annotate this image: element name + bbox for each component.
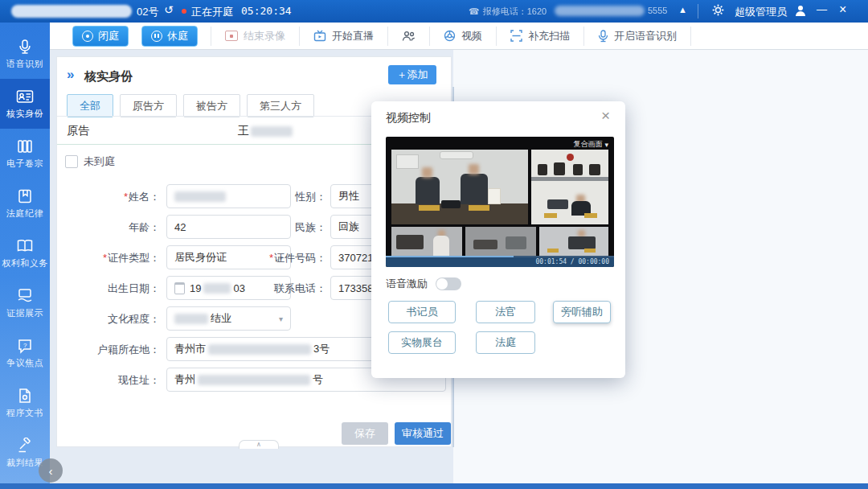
id-card-icon (16, 88, 34, 105)
start-live-button[interactable]: 开始直播 (300, 23, 387, 49)
redacted-name (251, 126, 293, 137)
education-select[interactable]: 结业▾ (166, 306, 291, 331)
calendar-icon (174, 282, 185, 294)
current-user[interactable]: 超级管理员 (735, 5, 787, 19)
open-book-icon (16, 238, 34, 254)
camera-judge-button[interactable]: 法官 (476, 301, 535, 323)
education-label: 文化程度： (60, 312, 160, 327)
recess-button[interactable]: 休庭 (141, 26, 198, 47)
video-globe-icon (444, 30, 456, 42)
hotline-label: ☎ 报修电话：1620 (469, 6, 547, 18)
close-button[interactable]: × (839, 2, 846, 17)
tab-defendant[interactable]: 被告方 (183, 94, 240, 117)
phone-label: 联系电话： (227, 281, 326, 296)
party-filter-tabs: 全部 原告方 被告方 第三人方 (67, 94, 314, 117)
question-bubble-icon: ? (17, 338, 33, 354)
composite-view-selector[interactable]: 复合画面 ▾ (573, 139, 608, 150)
sidebar-item-electronic-files[interactable]: 电子卷宗 (0, 129, 50, 179)
caret-down-icon: ▾ (604, 141, 608, 149)
modal-close-icon[interactable]: × (601, 107, 610, 125)
voice-activation-row: 语音激励 (386, 277, 461, 291)
start-speech-recognition-button[interactable]: 开启语音识别 (584, 23, 690, 49)
voice-activation-label: 语音激励 (386, 277, 428, 291)
sidebar-item-rights-obligations[interactable]: 权利和义务 (0, 228, 50, 278)
caret-down-icon: ▾ (279, 314, 283, 323)
archive-icon (17, 138, 33, 154)
document-icon (17, 388, 33, 404)
video-control-modal: 视频控制 × 复合画面 ▾ (371, 101, 625, 378)
scan-frame-icon (510, 30, 522, 42)
age-label: 年龄： (60, 220, 160, 235)
supplementary-scan-button[interactable]: 补充扫描 (497, 23, 583, 49)
video-timecode: 00:01:54 / 00:00:00 (535, 258, 609, 265)
absent-checkbox-row: 未到庭 (65, 154, 115, 169)
reset-icon[interactable]: ↺ (164, 3, 174, 16)
sidebar-collapse-button[interactable]: ‹ (39, 458, 63, 483)
video-cell-aux-2 (465, 227, 536, 256)
video-cell-litigants (391, 150, 528, 224)
name-label: *姓名： (60, 190, 160, 204)
panel-title: 核实身份 (84, 69, 133, 84)
sidebar-item-dispute-focus[interactable]: ? 争议焦点 (0, 328, 50, 378)
tab-plaintiff[interactable]: 原告方 (120, 94, 177, 117)
redacted-case-title (11, 5, 132, 18)
sidebar-item-speech-recognition[interactable]: 语音识别 (0, 29, 50, 79)
cert-type-label: *证件类型： (60, 251, 160, 265)
household-label: 户籍所在地： (60, 343, 160, 357)
save-button[interactable]: 保存 (342, 422, 388, 445)
recording-dot-icon (182, 9, 186, 14)
video-cell-aux-1 (391, 227, 462, 256)
hearing-status: 正在开庭 (191, 5, 233, 19)
svg-text:?: ? (23, 341, 27, 348)
close-court-button[interactable]: 闭庭 (72, 26, 129, 47)
courtroom-video-feed[interactable]: 复合画面 ▾ (386, 137, 614, 267)
mic-icon (598, 30, 608, 43)
phone-icon: ☎ (469, 6, 480, 17)
record-icon (225, 31, 238, 41)
titlebar-divider (698, 4, 698, 18)
gavel-icon (17, 438, 33, 454)
voice-activation-toggle[interactable] (436, 277, 461, 290)
birth-date-label: 出生日期： (60, 281, 160, 296)
modal-title: 视频控制 (386, 111, 431, 125)
redacted-hotline (555, 6, 645, 16)
camera-clerk-button[interactable]: 书记员 (388, 301, 456, 323)
video-button[interactable]: 视频 (430, 23, 496, 49)
camera-exhibit-stand-button[interactable]: 实物展台 (388, 331, 456, 354)
sidebar-item-court-discipline[interactable]: 法庭纪律 (0, 179, 50, 228)
hearing-timer: 05:20:34 (241, 5, 292, 17)
video-cell-bench (531, 150, 608, 224)
address-label: 现住址： (60, 373, 160, 388)
camera-courtroom-button[interactable]: 法庭 (476, 331, 535, 354)
settings-gear-icon[interactable] (712, 4, 724, 19)
sidebar-item-evidence-display[interactable]: 证据展示 (0, 278, 50, 328)
sidebar-item-procedural-documents[interactable]: 程序文书 (0, 378, 50, 428)
breadcrumb-chevrons-icon: » (67, 67, 74, 83)
stop-circle-icon (82, 31, 93, 42)
user-avatar-icon[interactable] (794, 4, 807, 20)
participants-button[interactable] (388, 23, 429, 49)
approve-button[interactable]: 审核通过 (395, 422, 451, 445)
courtroom-number: 02号 (137, 5, 158, 19)
left-navigation-sidebar: 语音识别 核实身份 电子卷宗 法庭纪律 权利和义务 证据展示 ? 争议焦点 程序… (0, 23, 50, 484)
sidebar-item-verify-identity[interactable]: 核实身份 (0, 79, 50, 129)
video-progress-bar[interactable]: 00:01:54 / 00:00:00 (386, 256, 614, 267)
minimize-button[interactable]: — (817, 3, 827, 15)
tab-third-party[interactable]: 第三人方 (247, 94, 314, 117)
ethnicity-label: 民族： (227, 220, 326, 235)
eject-icon[interactable]: ▲ (678, 5, 687, 14)
party-name: 王 (238, 124, 293, 138)
add-party-button[interactable]: ＋添加 (388, 65, 436, 84)
camera-gallery-button[interactable]: 旁听辅助 (553, 301, 611, 323)
bottom-status-strip (0, 483, 868, 489)
pause-circle-icon (151, 31, 162, 42)
video-cell-aux-3 (539, 227, 608, 256)
end-recording-button: 结束录像 (211, 23, 299, 49)
absent-checkbox[interactable] (65, 155, 78, 168)
panel-collapse-tab[interactable]: ∧ (239, 440, 279, 449)
tab-all[interactable]: 全部 (67, 94, 113, 117)
title-bar: 02号 ↺ 正在开庭 05:20:34 ☎ 报修电话：1620 5555 ▲ 超… (0, 0, 868, 23)
session-toolbar: 闭庭 休庭 结束录像 开始直播 视频 补充扫描 开启语音识别 (50, 23, 868, 50)
party-role: 原告 (67, 124, 89, 138)
mic-icon (17, 39, 33, 55)
